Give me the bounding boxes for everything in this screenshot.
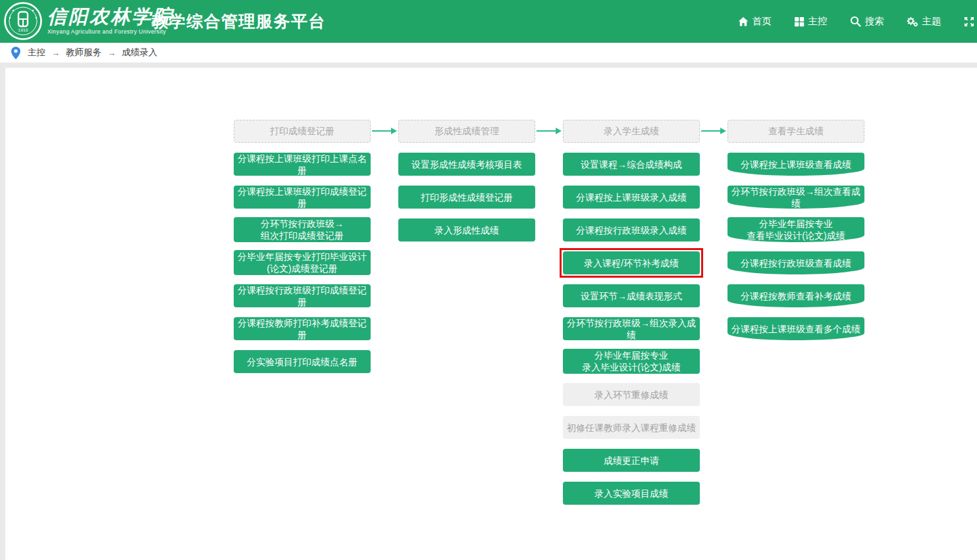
flow-arrow-icon: [372, 130, 392, 132]
nav-theme-label: 主题: [922, 15, 941, 28]
search-icon: [850, 16, 861, 27]
flow-arrow-icon: [701, 130, 721, 132]
flow-button-makeup-score-entry[interactable]: 录入课程/环节补考成绩: [563, 251, 700, 274]
column-header-label: 录入学生成绩: [604, 126, 659, 138]
flow-column-print: 打印成绩登记册 分课程按上课班级打印上课点名册 分课程按上课班级打印成绩登记册 …: [234, 120, 371, 396]
nav-main-control-label: 主控: [808, 15, 828, 28]
flow-button[interactable]: 成绩更正申请: [563, 449, 700, 472]
flow-button[interactable]: 分实验项目打印成绩点名册: [234, 350, 371, 373]
location-pin-icon: [11, 47, 20, 59]
flow-button[interactable]: 分课程按行政班级查看成绩: [727, 251, 864, 274]
breadcrumb-separator: →: [107, 48, 116, 58]
breadcrumb: 主控 → 教师服务 → 成绩录入: [0, 43, 977, 63]
column-header-label: 查看学生成绩: [768, 126, 824, 138]
flow-button[interactable]: 分课程按上课班级查看多个成绩: [727, 317, 864, 340]
expand-icon: [964, 16, 974, 27]
nav-theme[interactable]: 主题: [907, 15, 941, 28]
flow-column-entry: 录入学生成绩 设置课程→综合成绩构成 分课程按上课班级录入成绩 分课程按行政班级…: [563, 120, 700, 528]
column-header: 查看学生成绩: [727, 120, 864, 143]
flow-button[interactable]: 分环节按行政班级→组次查看成绩: [727, 186, 864, 209]
flow-button[interactable]: 分课程按上课班级查看成绩: [727, 153, 864, 176]
flow-button[interactable]: 分毕业年届按专业打印毕业设计 (论文)成绩登记册: [234, 250, 371, 275]
column-header: 形成性成绩管理: [398, 120, 535, 143]
flow-button[interactable]: 录入实验项目成绩: [563, 482, 700, 505]
flow-button[interactable]: 分课程按上课班级打印成绩登记册: [234, 186, 371, 209]
flow-button[interactable]: 分毕业年届按专业 录入毕业设计(论文)成绩: [563, 349, 700, 374]
nav-search[interactable]: 搜索: [850, 15, 884, 28]
top-nav: 首页 主控 搜索: [738, 0, 977, 43]
flow-button[interactable]: 分课程按行政班级录入成绩: [563, 218, 700, 242]
flow-button[interactable]: 分环节按行政班级→ 组次打印成绩登记册: [234, 217, 371, 242]
flow-button[interactable]: 设置环节→成绩表现形式: [563, 284, 700, 307]
flow-button[interactable]: 打印形成性成绩登记册: [398, 186, 535, 209]
column-header: 打印成绩登记册: [234, 120, 371, 143]
column-header-label: 形成性成绩管理: [435, 126, 499, 138]
flow-column-view: 查看学生成绩 分课程按上课班级查看成绩 分环节按行政班级→组次查看成绩 分毕业年…: [727, 120, 864, 363]
logo-year: 1910: [18, 28, 28, 32]
flow-button[interactable]: 设置课程→综合成绩构成: [563, 153, 700, 176]
breadcrumb-item-score-entry: 成绩录入: [122, 47, 157, 59]
gears-icon: [907, 16, 918, 27]
flow-column-formative: 形成性成绩管理 设置形成性成绩考核项目表 打印形成性成绩登记册 录入形成性成绩: [398, 120, 535, 265]
flow-panel: 打印成绩登记册 分课程按上课班级打印上课点名册 分课程按上课班级打印成绩登记册 …: [5, 68, 977, 560]
nav-fullscreen[interactable]: 全: [964, 15, 977, 28]
nav-main-control[interactable]: 主控: [794, 15, 828, 28]
column-header: 录入学生成绩: [563, 120, 700, 143]
column-header-label: 打印成绩登记册: [270, 126, 334, 138]
flow-button[interactable]: 分课程按教师打印补考成绩登记册: [234, 317, 371, 340]
content-area: 打印成绩登记册 分课程按上课班级打印上课点名册 分课程按上课班级打印成绩登记册 …: [0, 63, 977, 560]
university-logo-icon: 1910: [3, 1, 43, 41]
nav-home-label: 首页: [753, 15, 772, 28]
flow-button[interactable]: 分课程按教师查看补考成绩: [727, 284, 864, 307]
platform-title: 教学综合管理服务平台: [151, 11, 326, 32]
flow-arrow-icon: [537, 130, 556, 132]
flow-button[interactable]: 分课程按上课班级打印上课点名册: [234, 153, 371, 176]
nav-home[interactable]: 首页: [738, 15, 772, 28]
flow-button[interactable]: 录入形成性成绩: [398, 218, 535, 242]
flow-button-disabled: 初修任课教师录入课程重修成绩: [563, 416, 700, 439]
grid-icon: [794, 16, 805, 27]
flow-button[interactable]: 分环节按行政班级→组次录入成绩: [563, 317, 700, 340]
flow-button-disabled: 录入环节重修成绩: [563, 383, 700, 406]
nav-search-label: 搜索: [865, 15, 884, 28]
breadcrumb-separator: →: [51, 48, 60, 58]
flow-button[interactable]: 设置形成性成绩考核项目表: [398, 153, 535, 176]
flow-button[interactable]: 分毕业年届按专业 查看毕业设计(论文)成绩: [727, 217, 864, 242]
home-icon: [738, 16, 749, 27]
breadcrumb-item-teacher-service[interactable]: 教师服务: [66, 47, 101, 59]
flow-button[interactable]: 分课程按上课班级录入成绩: [563, 186, 700, 209]
app-header: 1910 信阳农林学院 Xinyang Agriculture and Fore…: [0, 0, 977, 43]
breadcrumb-item-main[interactable]: 主控: [28, 47, 45, 59]
flow-button[interactable]: 分课程按行政班级打印成绩登记册: [234, 284, 371, 307]
